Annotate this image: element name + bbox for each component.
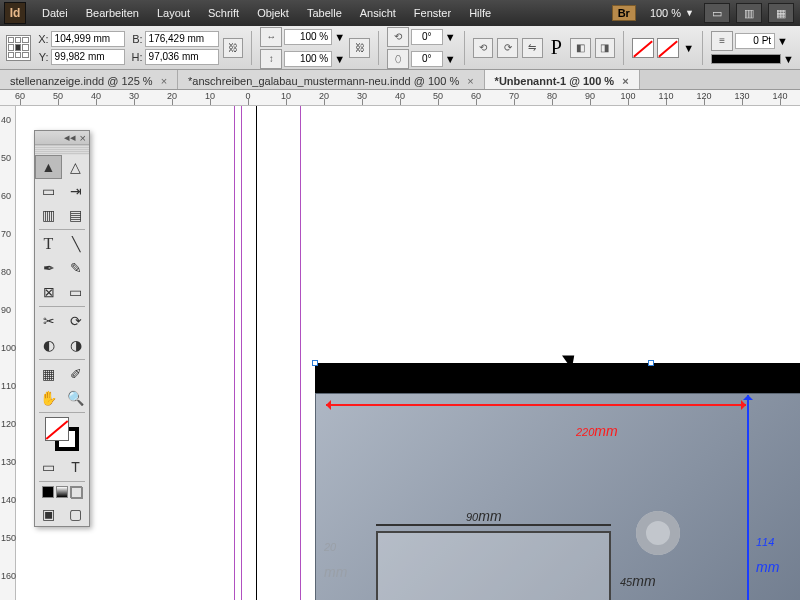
page-tool[interactable]: ▭ xyxy=(35,179,62,203)
formatting-text-icon[interactable]: T xyxy=(62,455,89,479)
width-field[interactable] xyxy=(145,31,219,47)
doc-tab-1[interactable]: stellenanzeige.indd @ 125 %× xyxy=(0,70,178,89)
shear-field[interactable] xyxy=(411,51,443,67)
flip-h-icon[interactable]: ⇋ xyxy=(522,38,543,58)
apply-color[interactable] xyxy=(42,486,54,498)
selection-handle[interactable] xyxy=(648,360,654,366)
menu-edit[interactable]: Bearbeiten xyxy=(78,3,147,23)
dimension-label: 114mm xyxy=(756,526,779,578)
close-icon[interactable]: × xyxy=(161,75,167,87)
pencil-tool[interactable]: ✎ xyxy=(62,256,89,280)
height-field[interactable] xyxy=(145,49,219,65)
collapse-icon[interactable]: ◂◂ xyxy=(64,131,76,144)
fill-swatch[interactable] xyxy=(632,38,654,58)
ruler-horizontal[interactable]: 6050403020100102030405060708090100110120… xyxy=(0,90,800,106)
rotate-cw-icon[interactable]: ⟳ xyxy=(497,38,518,58)
hand-tool[interactable]: ✋ xyxy=(35,386,62,410)
close-icon[interactable]: × xyxy=(467,75,473,87)
selection-handle[interactable] xyxy=(312,360,318,366)
rotate-ccw-icon[interactable]: ⟲ xyxy=(473,38,494,58)
apply-none[interactable] xyxy=(70,486,82,498)
guide-vertical[interactable] xyxy=(241,106,242,600)
stroke-style-dropdown[interactable] xyxy=(711,54,781,64)
zoom-dropdown[interactable]: 100 %▼ xyxy=(644,7,700,19)
close-icon[interactable]: × xyxy=(622,75,628,87)
link-scale-icon[interactable]: ⛓ xyxy=(349,38,370,58)
control-bar: X: Y: B: H: ⛓ ↔▼ ↕▼ ⛓ ⟲▼ ⬯▼ ⟲ ⟳ ⇋ P ◧ ◨ … xyxy=(0,26,800,70)
menu-file[interactable]: Datei xyxy=(34,3,76,23)
view-mode-icon[interactable]: ▭ xyxy=(704,3,730,23)
canvas[interactable]: 220mm 114mm 90mm 20mm 45mm xyxy=(16,106,800,600)
note-tool[interactable]: ▦ xyxy=(35,362,62,386)
doc-tab-2[interactable]: *anschreiben_galabau_mustermann-neu.indd… xyxy=(178,70,485,89)
rectangle-tool[interactable]: ▭ xyxy=(62,280,89,304)
menu-window[interactable]: Fenster xyxy=(406,3,459,23)
stroke-weight-field[interactable] xyxy=(735,33,775,49)
line-tool[interactable]: ╲ xyxy=(62,232,89,256)
document-tabs: stellenanzeige.indd @ 125 %× *anschreibe… xyxy=(0,70,800,90)
screen-mode-icon[interactable]: ▥ xyxy=(736,3,762,23)
inner-rectangle[interactable] xyxy=(376,531,611,600)
ruler-tick-label: 100 xyxy=(1,343,16,353)
selection-tool[interactable]: ▲ xyxy=(35,155,62,179)
panel-grip[interactable] xyxy=(35,145,89,155)
tools-panel[interactable]: ◂◂× ▲△ ▭⇥ ▥▤ T╲ ✒✎ ⊠▭ ✂⟳ ◐◑ ▦✐ ✋🔍 ▭T ▣▢ xyxy=(34,130,90,527)
pen-tool[interactable]: ✒ xyxy=(35,256,62,280)
arrange-icon[interactable]: ▦ xyxy=(768,3,794,23)
scale-y-field[interactable] xyxy=(284,51,332,67)
fill-box[interactable] xyxy=(45,417,69,441)
gap-tool[interactable]: ⇥ xyxy=(62,179,89,203)
formatting-container-icon[interactable]: ▭ xyxy=(35,455,62,479)
view-mode-normal[interactable]: ▣ xyxy=(35,502,62,526)
menu-object[interactable]: Objekt xyxy=(249,3,297,23)
dimension-label: 45mm xyxy=(620,566,656,592)
apply-gradient[interactable] xyxy=(56,486,68,498)
scale-x-icon: ↔ xyxy=(260,27,282,47)
fill-stroke-control[interactable] xyxy=(45,417,79,451)
eyedropper-tool[interactable]: ✐ xyxy=(62,362,89,386)
view-mode-preview[interactable]: ▢ xyxy=(62,502,89,526)
link-wh-icon[interactable]: ⛓ xyxy=(223,38,244,58)
ruler-tick-label: 50 xyxy=(1,153,11,163)
doc-tab-3[interactable]: *Unbenannt-1 @ 100 %× xyxy=(485,70,640,89)
rectangle-frame-tool[interactable]: ⊠ xyxy=(35,280,62,304)
gradient-feather-tool[interactable]: ◑ xyxy=(62,333,89,357)
ruler-vertical[interactable]: 405060708090100110120130140150160 xyxy=(0,106,16,600)
menu-type[interactable]: Schrift xyxy=(200,3,247,23)
type-tool[interactable]: T xyxy=(35,232,62,256)
content-placer-tool[interactable]: ▤ xyxy=(62,203,89,227)
close-icon[interactable]: × xyxy=(80,132,86,144)
menu-view[interactable]: Ansicht xyxy=(352,3,404,23)
ring-shape[interactable] xyxy=(636,511,680,555)
reference-point[interactable] xyxy=(6,35,31,61)
page-boundary xyxy=(256,106,257,600)
menu-table[interactable]: Tabelle xyxy=(299,3,350,23)
bridge-button[interactable]: Br xyxy=(612,5,636,21)
paragraph-icon: P xyxy=(547,36,566,59)
guide-vertical[interactable] xyxy=(234,106,235,600)
x-field[interactable] xyxy=(51,31,125,47)
chevron-down-icon: ▼ xyxy=(685,8,694,18)
guide-vertical[interactable] xyxy=(300,106,301,600)
ruler-tick-label: 150 xyxy=(1,533,16,543)
rotate-field[interactable] xyxy=(411,29,443,45)
content-collector-tool[interactable]: ▥ xyxy=(35,203,62,227)
shear-icon: ⬯ xyxy=(387,49,409,69)
stroke-swatch[interactable] xyxy=(657,38,679,58)
menu-help[interactable]: Hilfe xyxy=(461,3,499,23)
free-transform-tool[interactable]: ⟳ xyxy=(62,309,89,333)
scale-y-icon: ↕ xyxy=(260,49,282,69)
x-label: X: xyxy=(35,33,49,45)
scale-x-field[interactable] xyxy=(284,29,332,45)
select-content-icon[interactable]: ◨ xyxy=(595,38,616,58)
menu-layout[interactable]: Layout xyxy=(149,3,198,23)
scissors-tool[interactable]: ✂ xyxy=(35,309,62,333)
black-rectangle[interactable] xyxy=(315,363,800,393)
tools-header[interactable]: ◂◂× xyxy=(35,131,89,145)
select-container-icon[interactable]: ◧ xyxy=(570,38,591,58)
zoom-tool[interactable]: 🔍 xyxy=(62,386,89,410)
gradient-swatch-tool[interactable]: ◐ xyxy=(35,333,62,357)
y-field[interactable] xyxy=(51,49,125,65)
ruler-tick-label: 60 xyxy=(1,191,11,201)
direct-selection-tool[interactable]: △ xyxy=(62,155,89,179)
